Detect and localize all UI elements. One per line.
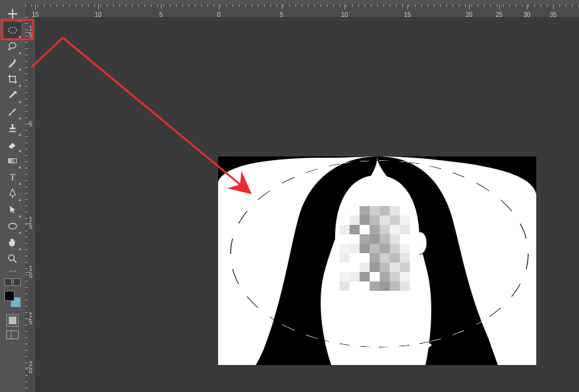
brush-tool[interactable] [4, 104, 21, 120]
color-swatches[interactable] [4, 291, 21, 307]
vruler-label: 15 [29, 25, 33, 39]
gradient-icon [7, 155, 18, 166]
edit-mode-row [4, 278, 21, 287]
gradient-tool[interactable] [4, 153, 21, 169]
foreground-color-swatch[interactable] [4, 291, 14, 301]
wand-icon [7, 57, 18, 68]
eyedropper-icon [7, 90, 18, 101]
hruler-label: 30 [523, 11, 530, 18]
pixelated-face-overlay [339, 206, 410, 291]
move-icon [7, 8, 18, 19]
brush-icon [7, 106, 18, 117]
eraser-icon [7, 139, 18, 150]
hruler-label: 15 [31, 11, 38, 18]
hruler-label: 5 [159, 11, 163, 18]
edit-mask-icon[interactable] [13, 278, 21, 286]
hand-icon [7, 237, 18, 248]
vertical-ruler[interactable]: 15515101520 [25, 17, 35, 392]
pen-tool[interactable] [4, 185, 21, 202]
vruler-label: 15 [29, 216, 33, 230]
hruler-label: 20 [465, 11, 472, 18]
marquee-tool[interactable] [4, 22, 21, 38]
eyedropper-tool[interactable] [4, 87, 21, 104]
ellipse-shape-tool[interactable] [4, 218, 21, 234]
hruler-label: 15 [404, 11, 411, 18]
horizontal-ruler[interactable]: 1510505101520253035 [25, 4, 579, 17]
hruler-label: 25 [495, 11, 502, 18]
image-layer [218, 156, 536, 365]
svg-rect-1 [9, 158, 17, 163]
hruler-label: 5 [280, 11, 284, 18]
stamp-tool[interactable] [4, 120, 21, 136]
elliptical-marquee-icon [7, 24, 18, 36]
vruler-label: 10 [29, 265, 33, 279]
crop-icon [7, 74, 18, 85]
pen-icon [7, 188, 18, 199]
svg-point-0 [9, 27, 17, 33]
screen-mode-button[interactable] [6, 330, 19, 339]
lasso-tool[interactable] [4, 38, 21, 55]
eraser-tool[interactable] [4, 136, 21, 153]
arrow-cursor-icon [7, 204, 18, 215]
svg-point-3 [9, 255, 14, 261]
hruler-label: 35 [549, 11, 556, 18]
ellipse-icon [7, 220, 18, 232]
vruler-label: 15 [29, 312, 33, 325]
vruler-label: 20 [29, 361, 33, 374]
hruler-label: 0 [217, 11, 221, 18]
zoom-tool[interactable] [4, 251, 21, 267]
move-tool[interactable] [4, 6, 21, 22]
crop-tool[interactable] [4, 71, 21, 87]
vruler-label: 5 [29, 121, 33, 128]
magic-wand-tool[interactable] [4, 55, 21, 71]
hruler-label: 10 [341, 11, 348, 18]
hruler-label: 10 [94, 11, 101, 18]
hand-tool[interactable] [4, 234, 21, 251]
standard-mode-button[interactable] [6, 314, 19, 327]
type-icon: T [9, 172, 15, 183]
magnifier-icon [7, 253, 18, 264]
edit-standard-icon[interactable] [4, 278, 12, 286]
toolbar-more-icon[interactable]: ⋯ [9, 267, 16, 276]
svg-point-2 [9, 224, 17, 229]
path-selection-tool[interactable] [4, 202, 21, 218]
lasso-icon [7, 41, 18, 52]
tools-panel: T ⋯ [0, 4, 25, 392]
type-tool[interactable]: T [4, 169, 21, 185]
document-canvas[interactable] [35, 17, 579, 392]
stamp-icon [7, 122, 18, 134]
